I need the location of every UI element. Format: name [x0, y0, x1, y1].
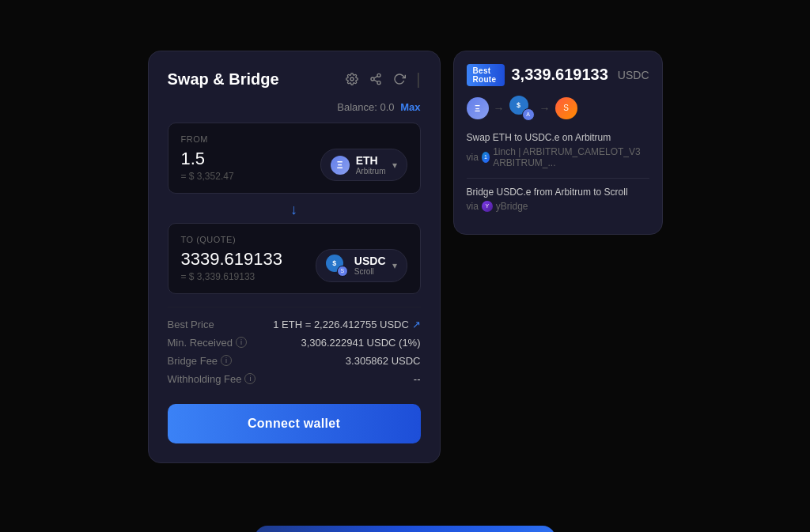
min-received-info-icon[interactable]: i [236, 337, 247, 348]
route-step-1-via-name: 1inch | ARBITRUM_CAMELOT_V3 ARBITRUM_... [493, 146, 649, 168]
balance-row: Balance: 0.0 Max [168, 101, 421, 113]
route-step-2-via-prefix: via [467, 201, 479, 212]
oneinch-icon: 1 [482, 152, 490, 163]
to-usd: = $ 3,339.619133 [181, 271, 282, 282]
route-step-2: Bridge USDC.e from Arbitrum to Scroll vi… [467, 187, 649, 212]
withholding-fee-info-icon[interactable]: i [244, 373, 255, 384]
to-token-selector[interactable]: $ S USDC Scroll ▾ [316, 249, 407, 282]
from-amount-container: 1.5 = $ 3,352.47 [181, 149, 234, 182]
svg-point-2 [371, 77, 374, 81]
from-amount[interactable]: 1.5 [181, 149, 234, 169]
svg-point-1 [377, 74, 380, 77]
route-step-2-title: Bridge USDC.e from Arbitrum to Scroll [467, 187, 649, 198]
route-step-1-via: via 1 1inch | ARBITRUM_CAMELOT_V3 ARBITR… [467, 146, 649, 168]
from-token-info: ETH Arbitrum [356, 154, 386, 175]
from-token-name: ETH [356, 154, 386, 167]
eth-token-icon: Ξ [331, 156, 350, 175]
swap-header: Swap & Bridge [168, 70, 421, 89]
usdc-sub-icon: S [337, 266, 348, 277]
from-input-box: From 1.5 = $ 3,352.47 Ξ ETH A [168, 123, 421, 194]
svg-line-4 [374, 80, 378, 82]
header-divider: | [416, 70, 420, 89]
route-step-1-via-prefix: via [467, 152, 479, 163]
to-token-network: Scroll [354, 267, 386, 276]
page-background: Swap & Bridge [0, 0, 810, 532]
route-usdc-wrapper: $ A [509, 96, 535, 121]
swap-bridge-card: Swap & Bridge [148, 51, 441, 463]
explore-banner[interactable]: Explore ✦ Cross-Chain Toolkit → [255, 526, 555, 533]
route-divider [467, 178, 649, 179]
usdc-icon-wrapper: $ S [326, 255, 348, 277]
bridge-fee-label: Bridge Fee i [168, 355, 233, 367]
to-amount[interactable]: 3339.619133 [181, 249, 282, 270]
from-label: From [181, 134, 407, 144]
min-received-row: Min. Received i 3,306.222941 USDC (1%) [168, 337, 421, 349]
route-currency: USDC [618, 69, 649, 81]
route-step-2-via: via Y yBridge [467, 201, 649, 212]
to-token-name: USDC [354, 255, 386, 267]
route-card: Best Route 3,339.619133 USDC Ξ → $ A → S… [453, 51, 663, 235]
cards-row: Swap & Bridge [148, 51, 663, 463]
settings-icon[interactable] [345, 72, 359, 86]
best-price-value: 1 ETH = 2,226.412755 USDC ↗ [273, 319, 420, 330]
bridge-fee-value: 3.305862 USDC [346, 355, 421, 367]
route-usdc-sub: A [522, 108, 535, 121]
min-received-label: Min. Received i [168, 337, 247, 349]
to-label: To (Quote) [181, 235, 407, 244]
to-token-info: USDC Scroll [354, 255, 386, 276]
from-token-chevron: ▾ [392, 160, 397, 171]
route-amount: 3,339.619133 [511, 66, 608, 84]
route-step-2-via-name: yBridge [496, 201, 528, 212]
from-usd: = $ 3,352.47 [181, 171, 234, 182]
swap-arrow: ↓ [168, 197, 421, 223]
banner-decoration [421, 530, 547, 533]
route-header: Best Route 3,339.619133 USDC [467, 64, 649, 86]
withholding-fee-value: -- [414, 373, 421, 385]
best-route-badge: Best Route [467, 64, 505, 86]
route-step-1: Swap ETH to USDC.e on Arbitrum via 1 1in… [467, 132, 649, 168]
route-arrow-1: → [494, 102, 505, 115]
best-price-label: Best Price [168, 319, 214, 330]
route-icons-row: Ξ → $ A → S [467, 96, 649, 121]
ybridge-icon: Y [482, 201, 493, 212]
fee-section: Best Price 1 ETH = 2,226.412755 USDC ↗ M… [168, 307, 421, 385]
swap-title: Swap & Bridge [168, 70, 279, 89]
bridge-fee-info-icon[interactable]: i [221, 355, 232, 366]
from-token-network: Arbitrum [356, 167, 386, 175]
balance-label: Balance: [337, 101, 377, 113]
to-input-row: 3339.619133 = $ 3,339.619133 $ S USDC Sc… [181, 249, 407, 282]
header-icons: | [345, 70, 420, 89]
svg-point-3 [377, 81, 380, 85]
refresh-icon[interactable] [392, 72, 407, 86]
withholding-fee-label: Withholding Fee i [168, 373, 256, 385]
to-amount-container: 3339.619133 = $ 3,339.619133 [181, 249, 282, 282]
from-token-selector[interactable]: Ξ ETH Arbitrum ▾ [320, 149, 407, 181]
share-icon[interactable] [369, 72, 383, 86]
max-button[interactable]: Max [400, 101, 420, 113]
route-scroll-icon: S [555, 97, 577, 119]
svg-point-0 [350, 77, 354, 81]
route-eth-icon: Ξ [467, 97, 489, 119]
withholding-fee-row: Withholding Fee i -- [168, 373, 421, 385]
best-price-row: Best Price 1 ETH = 2,226.412755 USDC ↗ [168, 319, 421, 330]
bridge-fee-row: Bridge Fee i 3.305862 USDC [168, 355, 421, 367]
balance-value: 0.0 [380, 101, 395, 113]
route-step-1-title: Swap ETH to USDC.e on Arbitrum [467, 132, 649, 143]
min-received-value: 3,306.222941 USDC (1%) [301, 337, 420, 349]
route-arrow-2: → [539, 102, 551, 115]
to-token-chevron: ▾ [392, 260, 397, 271]
content-wrapper: Swap & Bridge [148, 51, 663, 482]
from-input-row: 1.5 = $ 3,352.47 Ξ ETH Arbitrum ▾ [181, 149, 407, 182]
svg-line-5 [374, 76, 378, 78]
best-price-link-icon[interactable]: ↗ [412, 319, 421, 330]
connect-wallet-button[interactable]: Connect wallet [168, 404, 421, 443]
to-input-box: To (Quote) 3339.619133 = $ 3,339.619133 … [168, 223, 421, 294]
